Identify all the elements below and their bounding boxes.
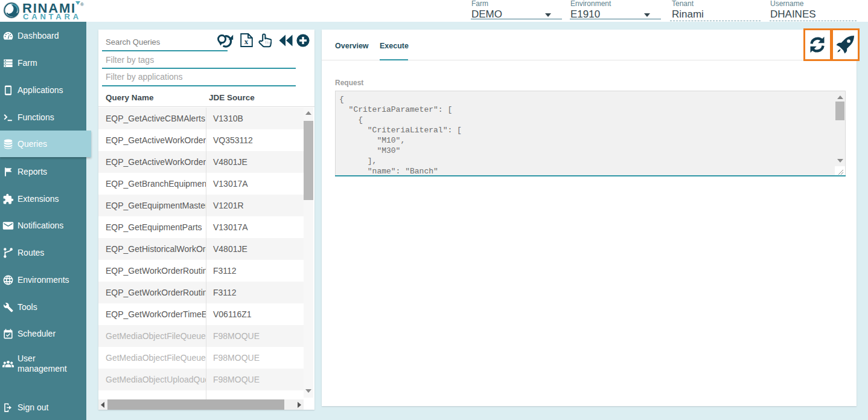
svg-text:x: x	[244, 37, 249, 46]
